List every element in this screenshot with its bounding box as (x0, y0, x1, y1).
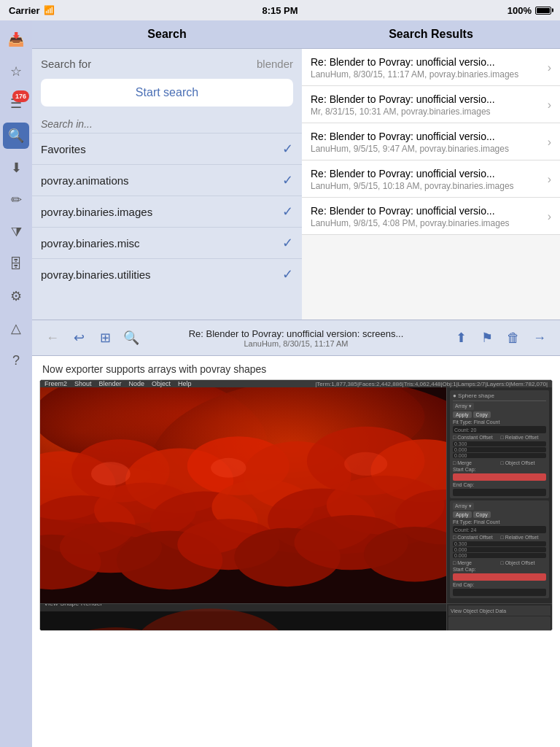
nav-database[interactable]: 🗄 (3, 251, 29, 277)
blender-bottom-area: View Shape Render Camera.Array (40, 603, 552, 631)
option-binaries-utilities-check: ✓ (282, 266, 293, 282)
nav-download[interactable]: ⬇ (3, 155, 29, 181)
option-binaries-images-label: povray.binaries.images (41, 206, 152, 218)
search-option-binaries-utilities[interactable]: povray.binaries.utilities ✓ (32, 258, 302, 290)
option-favorites-check: ✓ (282, 141, 293, 157)
nav-help[interactable]: ? (3, 347, 29, 374)
wifi-icon: 📶 (44, 5, 55, 15)
result-meta-3: LanuHum, 9/5/15, 9:47 AM, povray.binarie… (311, 144, 548, 154)
results-panel: Search Results Re: Blender to Povray: un… (302, 20, 560, 320)
search-option-binaries-misc[interactable]: povray.binaries.misc ✓ (32, 227, 302, 258)
result-content-2: Re: Blender to Povray: unofficial versio… (311, 93, 548, 117)
result-title-1: Re: Blender to Povray: unofficial versio… (311, 56, 522, 68)
top-pane: Search Search for blender Start search S… (32, 20, 560, 320)
result-meta-2: Mr, 8/31/15, 10:31 AM, povray.binaries.i… (311, 107, 548, 117)
flag-button[interactable]: ⚑ (474, 325, 500, 351)
carrier-label: Carrier (9, 5, 40, 16)
nav-search[interactable]: 🔍 (3, 123, 29, 149)
option-binaries-images-check: ✓ (282, 204, 293, 220)
nav-inbox[interactable]: 📥 (3, 26, 29, 53)
battery-label: 100% (508, 5, 532, 16)
filter-icon: ⧩ (11, 225, 22, 240)
result-title-2: Re: Blender to Povray: unofficial versio… (311, 93, 522, 105)
search-option-binaries-images[interactable]: povray.binaries.images ✓ (32, 196, 302, 227)
search-option-favorites[interactable]: Favorites ✓ (32, 133, 302, 164)
blender-menu-help: Help (178, 380, 192, 387)
star-icon: ☆ (10, 63, 22, 80)
result-title-4: Re: Blender to Povray: unofficial versio… (311, 168, 522, 179)
chevron-right-icon-3: › (548, 136, 551, 149)
option-binaries-utilities-label: povray.binaries.utilities (41, 268, 151, 281)
search-for-label: Search for (41, 58, 91, 70)
result-title-3: Re: Blender to Povray: unofficial versio… (311, 131, 522, 142)
share-button[interactable]: ⬆ (448, 325, 474, 351)
nav-star[interactable]: ☆ (3, 58, 29, 85)
start-search-button[interactable]: Start search (41, 79, 293, 107)
settings-icon: ⚙ (10, 288, 22, 304)
blender-menu-file: Freem2 (44, 380, 67, 387)
search-in-label: Search in... (32, 112, 302, 133)
search-option-animations[interactable]: povray.animations ✓ (32, 164, 302, 196)
blender-menu-object: Object (152, 380, 171, 387)
blender-menu-shout: Shout (74, 380, 92, 387)
search-message-button[interactable]: 🔍 (118, 325, 144, 351)
download-icon: ⬇ (11, 160, 22, 176)
nav-filter[interactable]: ⧩ (3, 219, 29, 245)
result-item-1[interactable]: Re: Blender to Povray: unofficial versio… (302, 49, 560, 86)
result-content-4: Re: Blender to Povray: unofficial versio… (311, 168, 548, 191)
nav-edit[interactable]: ✏ (3, 187, 29, 213)
toolbar-message-info: Re: Blender to Povray: unofficial versio… (144, 328, 448, 348)
forward-button[interactable]: → (526, 325, 553, 351)
blender-3d-viewport (40, 387, 446, 603)
result-item-2[interactable]: Re: Blender to Povray: unofficial versio… (302, 86, 560, 123)
search-panel-header: Search (32, 20, 302, 49)
result-item-5[interactable]: Re: Blender to Povray: unofficial versio… (302, 198, 560, 235)
blender-menu-blender: Blender (99, 380, 122, 387)
warning-icon: △ (11, 320, 21, 336)
result-content-3: Re: Blender to Povray: unofficial versio… (311, 131, 548, 154)
nav-warning[interactable]: △ (3, 315, 29, 341)
delete-button[interactable]: 🗑 (500, 325, 526, 351)
nav-list[interactable]: ☰ 176 (3, 90, 29, 117)
svg-point-26 (211, 458, 246, 478)
blender-bottom-svg: View Shape Render Camera.Array (40, 604, 446, 631)
blender-viewport-svg (40, 387, 446, 603)
svg-point-27 (344, 452, 387, 476)
chevron-right-icon-1: › (548, 61, 551, 74)
blender-bottom-panel: View Object Object Data Object Node Obje… (446, 604, 552, 631)
back-button[interactable]: ← (39, 325, 66, 351)
reply-button[interactable]: ↩ (66, 325, 92, 351)
toolbar-meta: LanuHum, 8/30/15, 11:17 AM (144, 339, 448, 348)
toolbar-subject: Re: Blender to Povray: unofficial versio… (144, 328, 448, 339)
result-content-1: Re: Blender to Povray: unofficial versio… (311, 56, 548, 80)
search-query-value: blender (257, 58, 293, 70)
blender-main-area: ● Sphere shape Array ▾ Apply Copy Fit Ty… (40, 387, 552, 603)
search-nav-icon: 🔍 (8, 128, 24, 144)
sidebar-nav: 📥 ☆ ☰ 176 🔍 ⬇ ✏ ⧩ 🗄 ⚙ △ ? (0, 20, 32, 747)
result-item-4[interactable]: Re: Blender to Povray: unofficial versio… (302, 160, 560, 198)
option-animations-label: povray.animations (41, 174, 129, 187)
blender-menu-node: Node (129, 380, 145, 387)
grid-button[interactable]: ⊞ (92, 325, 118, 351)
results-header: Search Results (302, 20, 560, 49)
result-content-5: Re: Blender to Povray: unofficial versio… (311, 205, 548, 228)
result-item-3[interactable]: Re: Blender to Povray: unofficial versio… (302, 123, 560, 160)
chevron-right-icon-2: › (548, 98, 551, 112)
option-binaries-misc-label: povray.binaries.misc (41, 237, 140, 249)
search-for-row[interactable]: Search for blender (32, 49, 302, 76)
blender-right-sidebar: ● Sphere shape Array ▾ Apply Copy Fit Ty… (446, 387, 552, 603)
status-bar: Carrier 📶 8:15 PM 100% (0, 0, 560, 20)
message-content: Now exporter supports arrays with povray… (32, 356, 560, 747)
blender-widget-2: Array ▾ Apply Copy Fit Type: Final Count… (450, 500, 549, 598)
blender-widget-1: ● Sphere shape Array ▾ Apply Copy Fit Ty… (450, 390, 549, 498)
blender-menubar: Freem2 Shout Blender Node Object Help |T… (40, 380, 552, 387)
chevron-right-icon-5: › (548, 210, 551, 223)
database-icon: 🗄 (9, 257, 23, 272)
option-binaries-misc-check: ✓ (282, 235, 293, 251)
battery-icon (535, 7, 551, 15)
edit-icon: ✏ (11, 192, 22, 208)
badge-count: 176 (12, 90, 29, 102)
inbox-icon: 📥 (8, 31, 24, 47)
option-animations-check: ✓ (282, 172, 293, 188)
nav-settings[interactable]: ⚙ (3, 283, 29, 309)
